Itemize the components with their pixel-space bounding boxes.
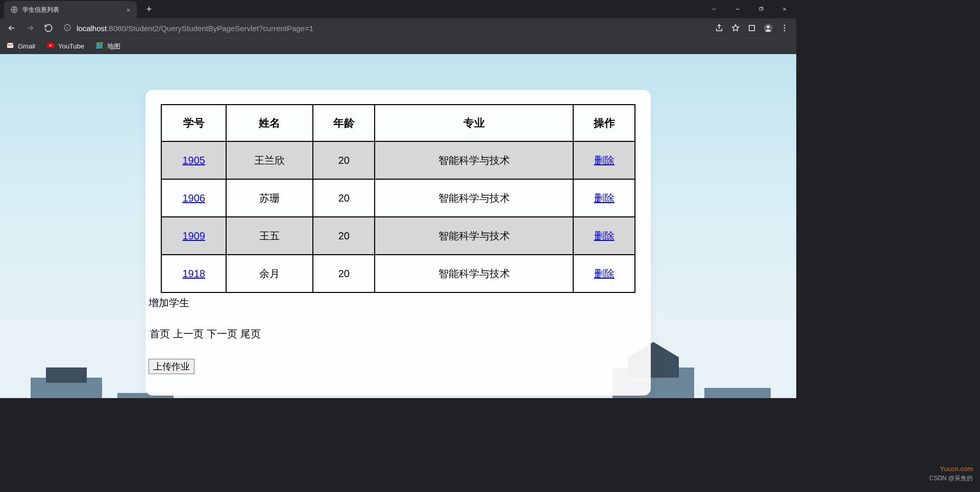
- cell-age: 20: [313, 141, 375, 179]
- cell-age: 20: [313, 255, 375, 292]
- cell-major: 智能科学与技术: [375, 141, 573, 179]
- add-student-link[interactable]: 增加学生: [149, 296, 651, 310]
- cell-name: 余月: [226, 255, 313, 292]
- student-id-link[interactable]: 1905: [182, 155, 205, 166]
- window-controls: [702, 1, 796, 18]
- delete-link[interactable]: 删除: [594, 230, 615, 241]
- minimize-button[interactable]: [726, 1, 749, 18]
- cell-name: 王五: [226, 217, 313, 255]
- bookmark-label: Gmail: [18, 42, 35, 50]
- bookmark-youtube[interactable]: YouTube: [46, 41, 84, 51]
- back-button[interactable]: [4, 20, 19, 36]
- content-card: 学号 姓名 年龄 专业 操作 1905王兰欣20智能科学与技术删除1906苏珊2…: [145, 90, 651, 396]
- svg-point-7: [784, 28, 786, 29]
- cell-major: 智能科学与技术: [375, 179, 573, 217]
- table-header-row: 学号 姓名 年龄 专业 操作: [161, 105, 635, 141]
- student-id-link[interactable]: 1918: [182, 268, 205, 279]
- th-action: 操作: [573, 105, 635, 141]
- upload-button[interactable]: 上传作业: [149, 359, 194, 374]
- svg-rect-3: [749, 26, 755, 31]
- pager-prev[interactable]: 上一页: [172, 327, 205, 341]
- star-icon[interactable]: [728, 20, 743, 36]
- close-window-button[interactable]: [773, 1, 796, 18]
- tab-title: 学生信息列表: [22, 6, 122, 14]
- th-id: 学号: [161, 105, 226, 141]
- url-text: localhost:8080/Student2/QueryStudentByPa…: [77, 24, 313, 33]
- chevron-down-icon[interactable]: [702, 1, 726, 18]
- tab-strip: 学生信息列表 × +: [0, 0, 796, 18]
- table-row: 1909王五20智能科学与技术删除: [161, 217, 635, 255]
- reload-button[interactable]: [41, 20, 56, 36]
- new-tab-button[interactable]: +: [142, 2, 156, 16]
- info-icon[interactable]: [63, 23, 71, 33]
- pager-next[interactable]: 下一页: [206, 327, 238, 341]
- cell-name: 王兰欣: [226, 141, 313, 179]
- student-id-link[interactable]: 1906: [182, 192, 205, 204]
- svg-point-5: [767, 26, 769, 28]
- bookmark-label: 地图: [107, 42, 120, 51]
- close-icon[interactable]: ×: [126, 6, 131, 14]
- globe-icon: [10, 6, 18, 14]
- address-bar[interactable]: localhost:8080/Student2/QueryStudentByPa…: [59, 23, 708, 33]
- svg-rect-19: [46, 367, 87, 383]
- profile-icon[interactable]: [761, 20, 776, 36]
- bookmark-gmail[interactable]: Gmail: [6, 41, 35, 51]
- browser-tab[interactable]: 学生信息列表 ×: [4, 1, 137, 18]
- share-icon[interactable]: [712, 20, 727, 36]
- delete-link[interactable]: 删除: [594, 155, 615, 166]
- maps-icon: [95, 41, 104, 51]
- cell-age: 20: [313, 179, 375, 217]
- youtube-icon: [46, 41, 55, 51]
- maximize-button[interactable]: [749, 1, 773, 18]
- cell-name: 苏珊: [226, 179, 313, 217]
- svg-rect-17: [704, 388, 771, 398]
- svg-rect-1: [760, 8, 762, 10]
- student-table: 学号 姓名 年龄 专业 操作 1905王兰欣20智能科学与技术删除1906苏珊2…: [161, 104, 635, 293]
- delete-link[interactable]: 删除: [594, 268, 615, 279]
- svg-point-6: [784, 24, 786, 26]
- pager-last[interactable]: 尾页: [239, 327, 262, 341]
- table-row: 1906苏珊20智能科学与技术删除: [161, 179, 635, 217]
- table-row: 1918余月20智能科学与技术删除: [161, 255, 635, 292]
- cell-age: 20: [313, 217, 375, 255]
- delete-link[interactable]: 删除: [594, 192, 615, 204]
- bookmark-maps[interactable]: 地图: [95, 41, 120, 51]
- bookmark-label: YouTube: [58, 42, 84, 50]
- svg-point-8: [784, 30, 786, 32]
- cell-major: 智能科学与技术: [375, 217, 573, 255]
- th-age: 年龄: [313, 105, 375, 141]
- table-row: 1905王兰欣20智能科学与技术删除: [161, 141, 635, 179]
- th-major: 专业: [375, 105, 573, 141]
- browser-chrome: 学生信息列表 × + localhost:8080/Student2/Query…: [0, 0, 796, 54]
- page-viewport[interactable]: 学号 姓名 年龄 专业 操作 1905王兰欣20智能科学与技术删除1906苏珊2…: [0, 54, 796, 398]
- th-name: 姓名: [226, 105, 313, 141]
- pager-first[interactable]: 首页: [149, 327, 171, 341]
- bookmarks-bar: Gmail YouTube 地图: [0, 38, 796, 54]
- svg-point-12: [100, 43, 102, 45]
- gmail-icon: [6, 41, 14, 51]
- pager: 首页 上一页 下一页 尾页: [149, 327, 651, 341]
- menu-icon[interactable]: [777, 20, 792, 36]
- nav-bar: localhost:8080/Student2/QueryStudentByPa…: [0, 18, 796, 38]
- extensions-icon[interactable]: [744, 20, 760, 36]
- cell-major: 智能科学与技术: [375, 255, 573, 292]
- student-id-link[interactable]: 1909: [182, 230, 205, 241]
- forward-button[interactable]: [22, 20, 38, 36]
